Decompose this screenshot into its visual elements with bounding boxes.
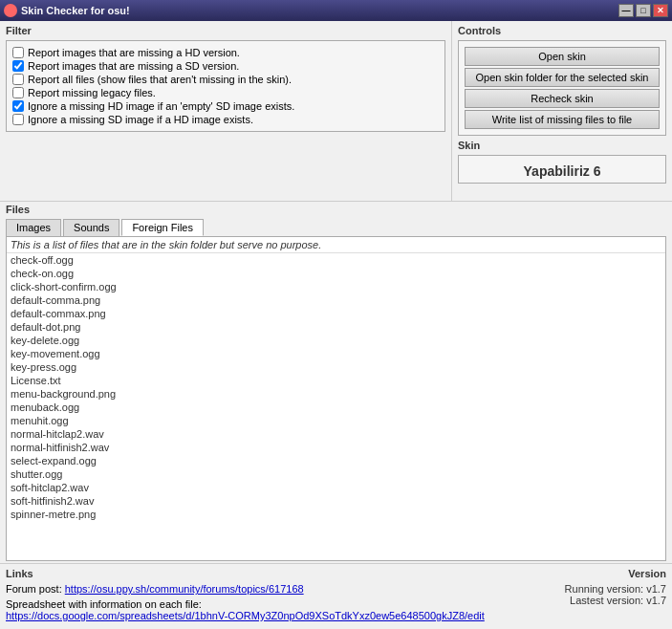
version-label: Version <box>513 568 666 579</box>
left-panel: Filter Report images that are missing a … <box>0 21 452 201</box>
running-version: Running version: v1.7 <box>513 583 666 595</box>
skin-name: Yapabiliriz 6 <box>465 163 660 179</box>
links-label: Links <box>6 568 513 579</box>
file-list-container[interactable]: This is a list of files that are in the … <box>6 236 666 561</box>
list-item: normal-hitclap2.wav <box>7 427 665 441</box>
filter-item-3: Report all files (show files that aren't… <box>12 74 439 85</box>
controls-label: Controls <box>458 25 666 36</box>
version-panel: Version Running version: v1.7 Lastest ve… <box>513 568 666 625</box>
filter-item-6: Ignore a missing SD image if a HD image … <box>12 114 439 125</box>
list-item: click-short-confirm.ogg <box>7 280 665 293</box>
app-icon <box>4 4 17 17</box>
filter-item-2: Report images that are missing a SD vers… <box>12 60 439 72</box>
tab-sounds[interactable]: Sounds <box>63 219 119 236</box>
filter-group: Report images that are missing a HD vers… <box>6 40 445 132</box>
list-item: default-comma.png <box>7 293 665 307</box>
filter-checkbox-5[interactable] <box>12 100 24 112</box>
recheck-skin-button[interactable]: Recheck skin <box>465 89 660 108</box>
title-text: Skin Checker for osu! <box>21 5 130 16</box>
spreadsheet-link[interactable]: https://docs.google.com/spreadsheets/d/1… <box>6 610 485 621</box>
top-section: Filter Report images that are missing a … <box>0 21 672 201</box>
filter-item-1: Report images that are missing a HD vers… <box>12 47 439 58</box>
links-panel: Links Forum post: https://osu.ppy.sh/com… <box>6 568 513 625</box>
list-item: soft-hitclap2.wav <box>7 481 665 494</box>
list-item: key-press.ogg <box>7 360 665 374</box>
tab-images[interactable]: Images <box>6 219 61 236</box>
latest-version: Lastest version: v1.7 <box>513 595 666 606</box>
filter-text-3: Report all files (show files that aren't… <box>28 74 292 85</box>
close-button[interactable]: ✕ <box>653 4 668 17</box>
file-list-header: This is a list of files that are in the … <box>7 237 665 253</box>
list-item: default-commax.png <box>7 307 665 320</box>
filter-checkbox-3[interactable] <box>12 74 24 85</box>
maximize-button[interactable]: □ <box>636 4 651 17</box>
tab-foreign-files[interactable]: Foreign Files <box>121 219 204 236</box>
file-list: check-off.oggcheck-on.oggclick-short-con… <box>7 253 665 521</box>
filter-checkbox-1[interactable] <box>12 47 24 58</box>
minimize-button[interactable]: — <box>618 4 634 17</box>
filter-checkbox-6[interactable] <box>12 114 24 125</box>
controls-group: Open skin Open skin folder for the selec… <box>458 40 666 136</box>
tabs-row: Images Sounds Foreign Files <box>6 219 666 236</box>
filter-item-4: Report missing legacy files. <box>12 87 439 98</box>
title-buttons: — □ ✕ <box>618 4 668 17</box>
list-item: shutter.ogg <box>7 467 665 481</box>
list-item: select-expand.ogg <box>7 454 665 467</box>
list-item: check-off.ogg <box>7 253 665 267</box>
list-item: menuhit.ogg <box>7 414 665 427</box>
forum-link[interactable]: https://osu.ppy.sh/community/forums/topi… <box>65 583 304 595</box>
list-item: License.txt <box>7 374 665 387</box>
filter-text-6: Ignore a missing SD image if a HD image … <box>28 114 253 125</box>
skin-label: Skin <box>458 140 666 151</box>
list-item: key-movement.ogg <box>7 347 665 360</box>
filter-text-5: Ignore a missing HD image if an 'empty' … <box>28 100 294 112</box>
filter-checkbox-2[interactable] <box>12 60 24 72</box>
write-list-button[interactable]: Write list of missing files to file <box>465 110 660 129</box>
files-section: Files Images Sounds Foreign Files This i… <box>0 201 672 563</box>
list-item: menu-background.png <box>7 387 665 401</box>
forum-prefix: Forum post: <box>6 583 65 595</box>
spreadsheet-link-item: Spreadsheet with information on each fil… <box>6 598 513 621</box>
filter-label: Filter <box>6 25 445 36</box>
list-item: check-on.ogg <box>7 267 665 280</box>
filter-text-1: Report images that are missing a HD vers… <box>28 47 240 58</box>
list-item: default-dot.png <box>7 320 665 334</box>
open-skin-button[interactable]: Open skin <box>465 47 660 66</box>
forum-link-item: Forum post: https://osu.ppy.sh/community… <box>6 583 513 595</box>
files-label: Files <box>6 204 666 215</box>
filter-checkbox-4[interactable] <box>12 87 24 98</box>
main-content: Filter Report images that are missing a … <box>0 21 672 629</box>
bottom-section: Links Forum post: https://osu.ppy.sh/com… <box>0 563 672 629</box>
list-item: menuback.ogg <box>7 401 665 414</box>
list-item: soft-hitfinish2.wav <box>7 494 665 508</box>
title-bar-left: Skin Checker for osu! <box>4 4 130 17</box>
list-item: normal-hitfinish2.wav <box>7 441 665 454</box>
filter-text-2: Report images that are missing a SD vers… <box>28 60 239 72</box>
list-item: spinner-metre.png <box>7 508 665 521</box>
spreadsheet-prefix: Spreadsheet with information on each fil… <box>6 598 202 610</box>
title-bar: Skin Checker for osu! — □ ✕ <box>0 0 672 21</box>
open-skin-folder-button[interactable]: Open skin folder for the selected skin <box>465 68 660 87</box>
skin-group: Yapabiliriz 6 <box>458 155 666 184</box>
right-panel: Controls Open skin Open skin folder for … <box>452 21 672 201</box>
list-item: key-delete.ogg <box>7 334 665 347</box>
filter-text-4: Report missing legacy files. <box>28 87 156 98</box>
filter-item-5: Ignore a missing HD image if an 'empty' … <box>12 100 439 112</box>
